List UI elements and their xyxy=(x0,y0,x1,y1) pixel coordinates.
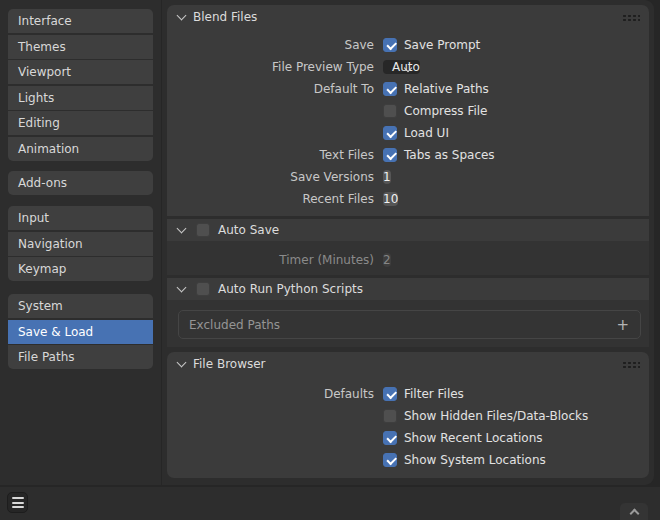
row-recent-files: Recent Files 10 xyxy=(167,188,649,210)
blend-files-rows: Save Save Prompt File Preview Type Auto … xyxy=(167,34,649,210)
panel-header-file-browser[interactable]: File Browser xyxy=(167,352,649,376)
row-timer-minutes: Timer (Minutes) 2 xyxy=(167,249,649,271)
add-excluded-path-button[interactable]: + xyxy=(616,311,629,338)
excluded-paths-label: Excluded Paths xyxy=(189,318,280,332)
drag-grip-icon[interactable] xyxy=(622,13,640,21)
checkbox-label: Tabs as Spaces xyxy=(404,148,495,162)
checkbox-label: Save Prompt xyxy=(404,38,480,52)
sidebar-item-addons[interactable]: Add-ons xyxy=(8,171,153,195)
preferences-nav-sidebar: Interface Themes Viewport Lights Editing… xyxy=(0,0,161,485)
sidebar-item-input[interactable]: Input xyxy=(8,206,153,230)
sidebar-item-animation[interactable]: Animation xyxy=(8,137,153,161)
checkbox-label: Compress File xyxy=(404,104,487,118)
file-browser-rows: Defaults Filter Files Show Hidden Files/… xyxy=(167,383,649,471)
checkbox-label: Show Hidden Files/Data-Blocks xyxy=(404,409,588,423)
field-label: Recent Files xyxy=(167,192,374,206)
chevron-down-icon xyxy=(177,223,187,233)
row-compress-file: Compress File xyxy=(167,100,649,122)
row-relative-paths: Default To Relative Paths xyxy=(167,78,649,100)
menu-icon xyxy=(12,502,24,504)
checkbox-label: Show System Locations xyxy=(404,453,546,467)
sidebar-item-system[interactable]: System xyxy=(8,294,153,318)
sidebar-item-navigation[interactable]: Navigation xyxy=(8,232,153,256)
subpanel-body-auto-save: Timer (Minutes) 2 xyxy=(167,241,649,275)
field-label: Text Files xyxy=(167,148,374,162)
relative-paths-checkbox[interactable] xyxy=(383,82,397,96)
timer-minutes-field[interactable]: 2 xyxy=(383,253,391,267)
sidebar-item-lights[interactable]: Lights xyxy=(8,86,153,110)
nav-group-addons: Add-ons xyxy=(8,171,153,195)
show-system-locations-checkbox[interactable] xyxy=(383,453,397,467)
checkbox-label: Relative Paths xyxy=(404,82,489,96)
row-show-hidden: Show Hidden Files/Data-Blocks xyxy=(167,405,649,427)
nav-group-input: Input Navigation Keymap xyxy=(8,206,153,281)
subpanel-header-auto-save[interactable]: Auto Save xyxy=(167,219,649,241)
field-label: Defaults xyxy=(167,387,374,401)
compress-file-checkbox[interactable] xyxy=(383,104,397,118)
field-label: File Preview Type xyxy=(167,60,374,74)
menu-button[interactable] xyxy=(7,492,28,513)
auto-run-python-checkbox[interactable] xyxy=(196,282,210,296)
checkbox-label: Filter Files xyxy=(404,387,464,401)
tabs-as-spaces-checkbox[interactable] xyxy=(383,148,397,162)
field-label: Save Versions xyxy=(167,170,374,184)
row-save: Save Save Prompt xyxy=(167,34,649,56)
panel-title: File Browser xyxy=(193,357,266,371)
show-recent-locations-checkbox[interactable] xyxy=(383,431,397,445)
row-load-ui: Load UI xyxy=(167,122,649,144)
filter-files-checkbox[interactable] xyxy=(383,387,397,401)
save-prompt-checkbox[interactable] xyxy=(383,38,397,52)
chevron-down-icon xyxy=(177,282,187,292)
sidebar-item-file-paths[interactable]: File Paths xyxy=(8,345,153,369)
chevron-up-icon xyxy=(629,509,639,519)
recent-files-field[interactable]: 10 xyxy=(383,192,398,206)
chevron-down-icon xyxy=(177,357,187,367)
chevron-down-icon xyxy=(177,10,187,20)
subpanel-header-auto-run-python[interactable]: Auto Run Python Scripts xyxy=(167,278,649,300)
show-hidden-files-checkbox[interactable] xyxy=(383,409,397,423)
sidebar-item-viewport[interactable]: Viewport xyxy=(8,60,153,84)
load-ui-checkbox[interactable] xyxy=(383,126,397,140)
row-save-versions: Save Versions 1 xyxy=(167,166,649,188)
save-versions-field[interactable]: 1 xyxy=(383,170,391,184)
sidebar-item-interface[interactable]: Interface xyxy=(8,9,153,33)
footer-bar xyxy=(0,487,660,520)
menu-icon xyxy=(12,497,24,499)
panel-blend-files: Blend Files Save Save Prompt File Previe… xyxy=(167,5,649,216)
preferences-main-area: Blend Files Save Save Prompt File Previe… xyxy=(162,0,654,485)
nav-group-general: Interface Themes Viewport Lights Editing… xyxy=(8,9,153,161)
menu-icon xyxy=(12,506,24,508)
subpanel-title: Auto Run Python Scripts xyxy=(218,282,363,296)
field-label: Timer (Minutes) xyxy=(167,253,374,267)
field-label: Save xyxy=(167,38,374,52)
panel-header-blend-files[interactable]: Blend Files xyxy=(167,5,649,29)
checkbox-label: Load UI xyxy=(404,126,449,140)
row-filter-files: Defaults Filter Files xyxy=(167,383,649,405)
scroll-up-indicator[interactable] xyxy=(620,503,648,520)
sidebar-item-save-load[interactable]: Save & Load xyxy=(8,320,153,344)
checkbox-label: Show Recent Locations xyxy=(404,431,543,445)
row-show-system-locations: Show System Locations xyxy=(167,449,649,471)
panel-file-browser: File Browser Defaults Filter Files Show … xyxy=(167,352,649,478)
field-label: Default To xyxy=(167,82,374,96)
row-tabs-as-spaces: Text Files Tabs as Spaces xyxy=(167,144,649,166)
drag-grip-icon[interactable] xyxy=(622,360,640,368)
excluded-paths-list: Excluded Paths + xyxy=(178,310,641,339)
row-show-recent-locations: Show Recent Locations xyxy=(167,427,649,449)
file-preview-type-select[interactable]: Auto xyxy=(383,60,420,74)
sidebar-item-themes[interactable]: Themes xyxy=(8,35,153,59)
sidebar-item-keymap[interactable]: Keymap xyxy=(8,257,153,281)
auto-save-checkbox[interactable] xyxy=(196,223,210,237)
sidebar-item-editing[interactable]: Editing xyxy=(8,111,153,135)
subpanel-body-auto-run-python: Excluded Paths + xyxy=(167,300,649,347)
row-file-preview-type: File Preview Type Auto xyxy=(167,56,649,78)
subpanel-title: Auto Save xyxy=(218,223,279,237)
panel-title: Blend Files xyxy=(193,10,257,24)
nav-group-system: System Save & Load File Paths xyxy=(8,294,153,369)
